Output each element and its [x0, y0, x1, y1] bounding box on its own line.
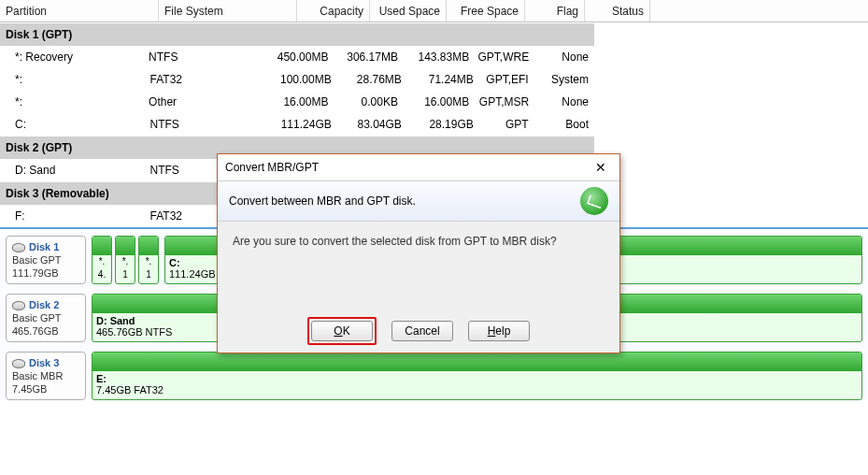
dialog-body: Are you sure to convert the selected dis…	[218, 222, 619, 309]
disk-group-header[interactable]: Disk 1 (GPT)	[0, 22, 594, 46]
table-header: Partition File System Capacity Used Spac…	[0, 0, 868, 22]
dialog-buttons: OK Cancel Help	[218, 309, 619, 353]
disk-icon	[12, 243, 25, 252]
close-icon[interactable]: ✕	[590, 158, 612, 177]
col-flag[interactable]: Flag	[525, 0, 585, 22]
col-capacity[interactable]: Capacity	[297, 0, 370, 22]
help-button[interactable]: Help	[468, 321, 530, 341]
table-row[interactable]: *: FAT32 100.00MB 28.76MB 71.24MB GPT,EF…	[0, 68, 594, 91]
col-status[interactable]: Status	[585, 0, 650, 22]
col-free-space[interactable]: Free Space	[447, 0, 525, 22]
dialog-titlebar: Convert MBR/GPT ✕	[218, 154, 619, 180]
table-row[interactable]: C: NTFS 111.24GB 83.04GB 28.19GB GPT Boo…	[0, 113, 594, 136]
partition-block[interactable]: *.4.	[92, 236, 112, 284]
col-used-space[interactable]: Used Space	[370, 0, 447, 22]
disk-meta[interactable]: Disk 1 Basic GPT 111.79GB	[6, 236, 86, 284]
partition-block[interactable]: *.1	[115, 236, 135, 284]
ok-highlight: OK	[307, 317, 377, 345]
convert-dialog: Convert MBR/GPT ✕ Convert between MBR an…	[217, 153, 620, 353]
cancel-button[interactable]: Cancel	[391, 321, 453, 341]
partition-label: *: Recovery	[6, 50, 73, 64]
dialog-subtitle: Convert between MBR and GPT disk.	[229, 194, 416, 208]
dialog-question: Are you sure to convert the selected dis…	[233, 235, 557, 248]
partition-block[interactable]: E:7.45GB FAT32	[92, 352, 862, 400]
disk-meta[interactable]: Disk 3 Basic MBR 7.45GB	[6, 352, 86, 400]
ok-label: K	[343, 324, 350, 338]
partition-block[interactable]: *.1	[138, 236, 159, 284]
disk-card: Disk 3 Basic MBR 7.45GB E:7.45GB FAT32	[6, 352, 862, 400]
dialog-header: Convert between MBR and GPT disk.	[218, 180, 619, 222]
col-filesystem[interactable]: File System	[159, 0, 297, 22]
table-row[interactable]: *: Other 16.00MB 0.00KB 16.00MB GPT,MSR …	[0, 91, 594, 113]
dialog-title-text: Convert MBR/GPT	[225, 161, 319, 174]
disk-icon	[12, 359, 25, 368]
disk-meta[interactable]: Disk 2 Basic GPT 465.76GB	[6, 294, 86, 342]
ok-button[interactable]: OK	[311, 321, 373, 341]
disk-icon	[12, 301, 25, 310]
col-partition[interactable]: Partition	[0, 0, 159, 22]
table-row[interactable]: *: Recovery NTFS 450.00MB 306.17MB 143.8…	[0, 46, 594, 68]
convert-icon	[580, 187, 608, 215]
